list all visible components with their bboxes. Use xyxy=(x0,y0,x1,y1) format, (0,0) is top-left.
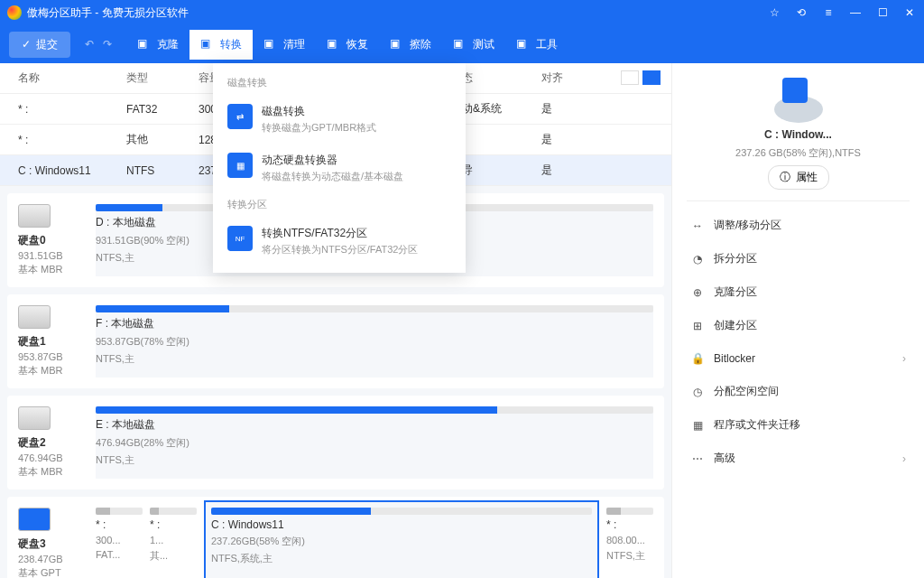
tool-克隆[interactable]: ▣克隆 xyxy=(126,30,189,60)
convert-dropdown: 磁盘转换 ⇄ 磁盘转换 转换磁盘为GPT/MBR格式 ▦ 动态硬盘转换器 将磁盘… xyxy=(213,63,466,273)
action-icon: ⊕ xyxy=(690,285,705,300)
partition[interactable]: * :1...其... xyxy=(150,508,197,578)
action-icon: ⊞ xyxy=(690,319,705,333)
action-icon: ◔ xyxy=(690,252,705,266)
sidebar-item[interactable]: ▦程序或文件夹迁移 xyxy=(687,408,910,442)
partition[interactable]: * :300...FAT... xyxy=(96,508,143,578)
disk-card[interactable]: 硬盘1953.87GB基本 MBRF : 本地磁盘953.87GB(78% 空闲… xyxy=(7,294,664,388)
tool-icon: ▣ xyxy=(137,37,152,51)
tool-icon: ▣ xyxy=(200,37,215,51)
sidebar-item[interactable]: 🔒Bitlocker› xyxy=(687,342,910,375)
menu-icon[interactable]: ≡ xyxy=(821,5,836,20)
disk-icon xyxy=(18,406,51,430)
dynamic-disk-icon: ▦ xyxy=(227,153,253,178)
tool-清理[interactable]: ▣清理 xyxy=(253,30,316,60)
close-icon[interactable]: ✕ xyxy=(902,5,917,20)
partition[interactable]: E : 本地磁盘476.94GB(28% 空闲)NTFS,主 xyxy=(96,406,653,479)
view-grid-icon[interactable] xyxy=(642,70,661,85)
action-icon: ◷ xyxy=(690,385,705,399)
chevron-right-icon: › xyxy=(902,352,906,365)
convert-ntfs-item[interactable]: NF 转换NTFS/FAT32分区 将分区转换为NTFS分区/FAT32分区 xyxy=(213,217,466,266)
minimize-icon[interactable]: — xyxy=(848,5,863,20)
chevron-right-icon: › xyxy=(902,452,906,465)
partition[interactable]: F : 本地磁盘953.87GB(78% 空闲)NTFS,主 xyxy=(96,305,653,378)
tool-icon: ▣ xyxy=(453,37,467,51)
action-icon: 🔒 xyxy=(690,351,705,366)
sidebar-item[interactable]: ⋯高级› xyxy=(687,442,910,475)
action-icon: ▦ xyxy=(690,418,705,433)
tool-icon: ▣ xyxy=(516,37,531,51)
sidebar-item[interactable]: ◷分配空闲空间 xyxy=(687,375,910,408)
ntfs-fat-icon: NF xyxy=(227,226,253,251)
disk-icon xyxy=(18,305,51,329)
refresh-icon[interactable]: ⟲ xyxy=(794,5,808,20)
disk-card[interactable]: 硬盘2476.94GB基本 MBRE : 本地磁盘476.94GB(28% 空闲… xyxy=(7,396,664,489)
sidebar-item[interactable]: ⊞创建分区 xyxy=(687,309,910,342)
app-logo-icon xyxy=(7,5,22,20)
partition[interactable]: C : Windows11237.26GB(58% 空闲)NTFS,系统,主 xyxy=(204,500,599,578)
action-icon: ⋯ xyxy=(690,452,705,466)
tool-icon: ▣ xyxy=(327,37,341,51)
partition[interactable]: * :808.00...NTFS,主 xyxy=(606,508,653,578)
tool-icon: ▣ xyxy=(263,37,278,51)
redo-icon[interactable]: ↷ xyxy=(103,38,112,51)
disk-card[interactable]: 硬盘3238.47GB基本 GPT* :300...FAT...* :1...其… xyxy=(7,497,664,578)
commit-button[interactable]: ✓ 提交 xyxy=(9,32,70,58)
tool-测试[interactable]: ▣测试 xyxy=(442,30,505,60)
dynamic-disk-item[interactable]: ▦ 动态硬盘转换器 将磁盘转换为动态磁盘/基本磁盘 xyxy=(213,144,466,192)
check-icon: ✓ xyxy=(22,38,31,51)
disk-icon xyxy=(18,204,51,228)
dropdown-section-disk: 磁盘转换 xyxy=(213,70,466,95)
properties-button[interactable]: ⓘ 属性 xyxy=(768,165,829,190)
toolbar: ✓ 提交 ↶ ↷ ▣克隆▣转换▣清理▣恢复▣擦除▣测试▣工具 xyxy=(0,25,924,63)
tool-icon: ▣ xyxy=(390,37,404,51)
sidebar: C : Window... 237.26 GB(58% 空闲),NTFS ⓘ 属… xyxy=(671,63,924,578)
info-icon: ⓘ xyxy=(780,170,790,185)
maximize-icon[interactable]: ☐ xyxy=(875,5,890,20)
tool-擦除[interactable]: ▣擦除 xyxy=(379,30,442,60)
sidebar-item[interactable]: ◔拆分分区 xyxy=(687,242,910,275)
partition-icon xyxy=(772,78,826,123)
sidebar-subtitle: 237.26 GB(58% 空闲),NTFS xyxy=(735,146,861,160)
convert-disk-icon: ⇄ xyxy=(227,104,253,129)
sidebar-title: C : Window... xyxy=(764,128,832,141)
window-title: 傲梅分区助手 - 免费无损分区软件 xyxy=(27,5,767,21)
undo-icon[interactable]: ↶ xyxy=(85,38,94,51)
disk-icon xyxy=(18,508,51,531)
dropdown-section-partition: 转换分区 xyxy=(213,192,466,217)
view-list-icon[interactable] xyxy=(621,70,639,85)
star-icon[interactable]: ☆ xyxy=(767,5,781,20)
sidebar-item[interactable]: ⊕克隆分区 xyxy=(687,275,910,309)
tool-工具[interactable]: ▣工具 xyxy=(505,30,568,60)
tool-转换[interactable]: ▣转换 xyxy=(189,30,253,60)
sidebar-item[interactable]: ↔调整/移动分区 xyxy=(687,209,910,242)
tool-恢复[interactable]: ▣恢复 xyxy=(316,30,379,60)
convert-disk-item[interactable]: ⇄ 磁盘转换 转换磁盘为GPT/MBR格式 xyxy=(213,95,466,144)
action-icon: ↔ xyxy=(690,219,705,233)
titlebar: 傲梅分区助手 - 免费无损分区软件 ☆ ⟲ ≡ — ☐ ✕ xyxy=(0,0,924,25)
